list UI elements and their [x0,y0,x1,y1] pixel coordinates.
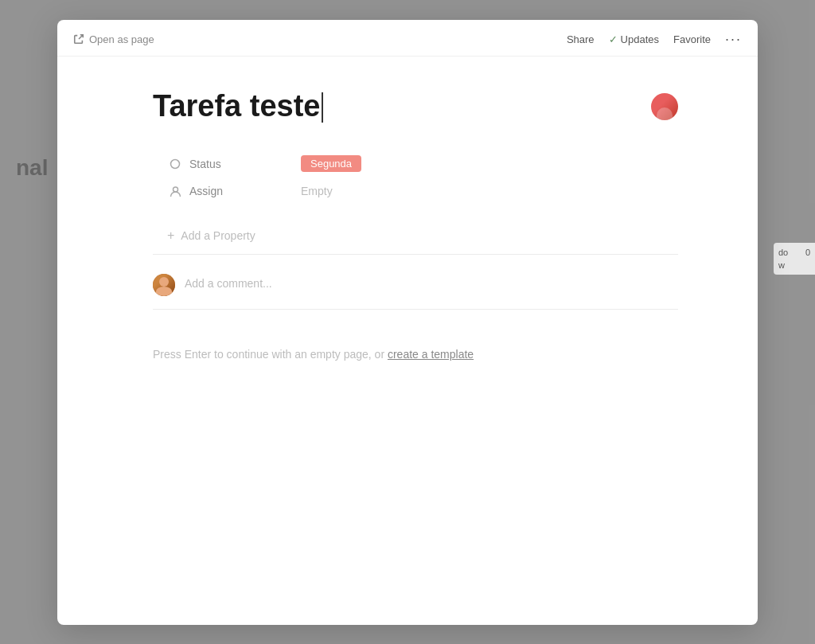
task-modal: Open as page Share ✓ Updates Favorite ··… [57,20,758,625]
create-template-link[interactable]: create a template [388,348,474,361]
task-title-row: Tarefa teste [153,88,678,125]
status-value[interactable]: Segunda [301,155,678,172]
properties-section: ⠿ Status Segunda ⠿ [153,150,678,205]
comment-input[interactable]: Add a comment... [185,274,678,290]
right-panel-count1: 0 [805,248,810,257]
header-actions: Share ✓ Updates Favorite ··· [567,31,742,48]
svg-point-1 [173,187,177,192]
status-badge[interactable]: Segunda [301,155,361,172]
empty-hint: Press Enter to continue with an empty pa… [153,348,678,361]
check-icon: ✓ [609,33,618,45]
add-property-label: Add a Property [181,229,255,242]
task-title[interactable]: Tarefa teste [153,88,635,125]
comment-user-avatar [153,274,175,296]
sidebar-partial-label: nal [16,155,48,181]
open-as-page-label: Open as page [89,33,154,45]
status-property-row[interactable]: ⠿ Status Segunda [153,150,678,178]
right-panel-label1: do [778,248,788,257]
status-label: Status [189,158,301,170]
right-panel-label2: w [778,260,810,270]
share-button[interactable]: Share [567,33,595,45]
assign-icon [167,183,183,199]
assign-value[interactable]: Empty [301,185,678,197]
updates-button[interactable]: ✓ Updates [609,33,659,45]
task-avatar [651,93,678,120]
open-as-page-button[interactable]: Open as page [73,33,154,45]
favorite-button[interactable]: Favorite [673,33,711,45]
modal-body: Tarefa teste ⠿ Status Segunda [57,57,758,625]
empty-hint-text: Press Enter to continue with an empty pa… [153,348,388,361]
external-link-icon [73,33,84,45]
status-icon [167,156,183,172]
add-property-row[interactable]: + Add a Property [153,224,678,248]
assign-property-row[interactable]: ⠿ Assign Empty [153,178,678,205]
more-options-button[interactable]: ··· [725,31,742,48]
right-panel: do 0 w [774,243,815,275]
svg-point-0 [171,159,180,168]
assign-label: Assign [189,185,301,197]
add-property-plus-icon: + [167,229,174,242]
modal-header: Open as page Share ✓ Updates Favorite ··… [57,20,758,57]
comment-area: Add a comment... [153,261,678,310]
divider-1 [153,254,678,255]
assign-empty: Empty [301,185,333,197]
